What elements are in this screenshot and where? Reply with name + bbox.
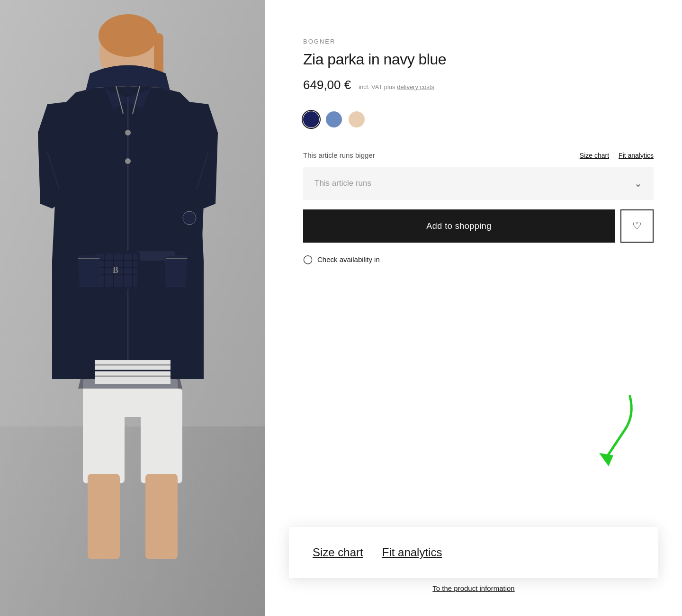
delivery-costs-link[interactable]: delivery costs [397, 83, 434, 91]
svg-rect-24 [141, 389, 182, 483]
product-image-panel: B [0, 0, 265, 616]
svg-marker-40 [599, 453, 613, 466]
svg-rect-26 [145, 474, 178, 559]
product-title: Zia parka in navy blue [303, 51, 654, 68]
location-icon: ◯ [303, 254, 313, 264]
svg-text:B: B [113, 265, 118, 275]
model-image: B [0, 0, 265, 616]
size-chart-link[interactable]: Size chart [580, 152, 609, 159]
runs-bigger-text: This article runs bigger [303, 151, 375, 159]
product-panel: BOGNER Zia parka in navy blue 649,00 € i… [265, 0, 682, 616]
size-info-row: This article runs bigger Size chart Fit … [303, 151, 654, 159]
svg-point-7 [99, 14, 157, 57]
size-links: Size chart Fit analytics [580, 152, 654, 159]
svg-rect-27 [95, 360, 170, 384]
svg-rect-25 [88, 474, 120, 559]
wishlist-button[interactable]: ♡ [620, 209, 654, 243]
size-dropdown[interactable]: This article runs ⌄ [303, 167, 654, 200]
product-info-link[interactable]: To the product information [432, 584, 514, 592]
model-svg: B [0, 0, 265, 616]
svg-point-35 [125, 130, 131, 136]
color-swatches [303, 111, 654, 127]
svg-point-36 [125, 158, 131, 164]
color-swatch-beige[interactable] [349, 111, 365, 127]
green-arrow-annotation [587, 391, 644, 469]
check-availability-text: Check availability in [317, 255, 380, 263]
check-availability[interactable]: ◯ Check availability in [303, 254, 654, 264]
popup-size-chart-link[interactable]: Size chart [313, 546, 363, 559]
color-swatch-navy[interactable] [303, 111, 319, 127]
svg-point-37 [183, 211, 196, 225]
fit-analytics-link[interactable]: Fit analytics [619, 152, 654, 159]
popup-fit-analytics-link[interactable]: Fit analytics [382, 546, 442, 559]
brand-name: BOGNER [303, 38, 654, 45]
svg-rect-2 [0, 426, 265, 616]
size-dropdown-text: This article runs [314, 179, 371, 188]
size-chart-popup: Size chart Fit analytics [289, 527, 658, 578]
chevron-down-icon: ⌄ [634, 178, 642, 189]
color-swatch-blue[interactable] [326, 111, 342, 127]
price-info: incl. VAT plus delivery costs [359, 83, 434, 91]
svg-rect-23 [83, 389, 125, 483]
add-to-cart-row: Add to shopping ♡ [303, 209, 654, 243]
price-row: 649,00 € incl. VAT plus delivery costs [303, 78, 654, 92]
popup-links: Size chart Fit analytics [313, 546, 442, 559]
add-to-cart-button[interactable]: Add to shopping [303, 209, 615, 243]
product-price: 649,00 € [303, 78, 351, 92]
heart-icon: ♡ [632, 220, 642, 232]
